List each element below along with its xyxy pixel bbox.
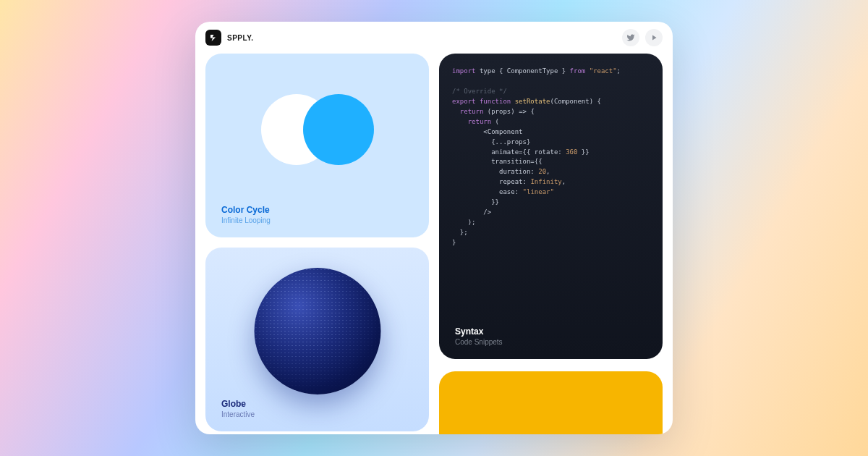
content-grid: Color Cycle Infinite Looping import type… — [195, 54, 673, 434]
card-syntax[interactable]: import type { ComponentType } from "reac… — [439, 54, 663, 359]
card-globe[interactable]: Globe Interactive — [205, 248, 429, 431]
card-title: Syntax — [455, 326, 503, 337]
brand-name: SPPLY. — [227, 34, 254, 42]
venn-diagram-icon — [205, 83, 429, 177]
card-title: Color Cycle — [221, 205, 271, 215]
globe-icon — [254, 268, 380, 394]
brand[interactable]: SPPLY. — [205, 30, 254, 46]
app-window: SPPLY. Color Cycle Infinite Looping impo… — [195, 22, 673, 434]
brand-logo-icon — [205, 30, 221, 46]
card-subtitle: Infinite Looping — [221, 216, 271, 224]
twitter-icon[interactable] — [622, 29, 639, 46]
card-label: Color Cycle Infinite Looping — [221, 205, 271, 224]
card-subtitle: Code Snippets — [455, 338, 503, 346]
code-snippet: import type { ComponentType } from "reac… — [439, 54, 663, 248]
titlebar-actions — [622, 29, 663, 46]
card-label: Syntax Code Snippets — [455, 326, 503, 346]
card-color-cycle[interactable]: Color Cycle Infinite Looping — [205, 54, 429, 237]
titlebar: SPPLY. — [195, 22, 673, 54]
card-subtitle: Interactive — [221, 410, 255, 418]
card-yellow[interactable] — [439, 371, 663, 434]
card-label: Globe Interactive — [221, 399, 255, 418]
card-title: Globe — [221, 399, 255, 409]
play-icon[interactable] — [645, 29, 663, 46]
